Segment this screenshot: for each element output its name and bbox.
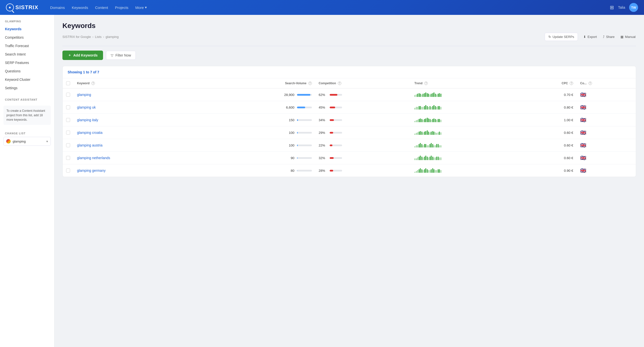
- search-volume-cell: 28,900: [201, 89, 315, 101]
- trend-bar: [439, 132, 440, 135]
- trend-bar: [430, 157, 430, 160]
- sidebar-item-traffic-forecast[interactable]: Traffic Forecast: [0, 42, 54, 50]
- main-content: Keywords SISTRIX for Google › Lists › gl…: [54, 15, 644, 347]
- select-all-checkbox[interactable]: [66, 81, 70, 85]
- trend-help-icon[interactable]: ?: [424, 82, 428, 85]
- trend-bar: [421, 94, 422, 97]
- export-button[interactable]: ⬇ Export: [583, 34, 598, 40]
- trend-bar: [438, 94, 439, 97]
- content-assistant-box: To create a Content Assistant project fr…: [4, 106, 51, 125]
- breadcrumb-arrow-2: ›: [103, 35, 104, 39]
- trend-bar: [434, 119, 434, 122]
- trend-bar: [416, 133, 417, 135]
- col-cpc: CPC ?: [518, 78, 577, 89]
- country-cell: 🇬🇧: [577, 139, 636, 152]
- sv-help-icon[interactable]: ?: [308, 82, 312, 85]
- keywords-tbody: glamping 28,900 62% 0.70 €🇬🇧glamping uk …: [63, 89, 636, 177]
- keyword-link[interactable]: glamping uk: [77, 105, 96, 109]
- grid-icon[interactable]: ⊞: [610, 5, 614, 11]
- competition-value: 45%: [319, 106, 328, 109]
- sidebar-item-keywords[interactable]: Keywords: [0, 25, 54, 33]
- keyword-link[interactable]: glamping austria: [77, 143, 102, 147]
- keyword-link[interactable]: glamping: [77, 93, 91, 97]
- cpc-cell: 0.90 €: [518, 164, 577, 177]
- keyword-link[interactable]: glamping germany: [77, 169, 106, 173]
- divider: [62, 46, 636, 46]
- row-checkbox[interactable]: [66, 169, 70, 173]
- sidebar-item-search-intent[interactable]: Search Intent: [0, 50, 54, 59]
- row-checkbox[interactable]: [66, 93, 70, 97]
- user-name: Talia: [618, 6, 625, 10]
- cpc-value: 0.60 €: [564, 131, 574, 135]
- table-header-row: Keyword ? Search-Volume ? Competition ? …: [63, 78, 636, 89]
- competition-bar-bg: [330, 132, 342, 134]
- cpc-help-icon[interactable]: ?: [570, 82, 573, 85]
- sv-bar-bg: [297, 170, 312, 172]
- keyword-help-icon[interactable]: ?: [92, 82, 95, 85]
- table-row: glamping croatia 100 29% 0.60 €🇬🇧: [63, 126, 636, 139]
- row-checkbox[interactable]: [66, 105, 70, 109]
- row-checkbox[interactable]: [66, 156, 70, 160]
- sidebar-item-settings[interactable]: Settings: [0, 84, 54, 92]
- trend-bar: [440, 120, 442, 122]
- country-help-icon[interactable]: ?: [588, 82, 592, 85]
- nav-content[interactable]: Content: [95, 5, 108, 10]
- trend-bar: [425, 131, 426, 135]
- trend-bar: [418, 132, 420, 135]
- trend-bar: [436, 94, 437, 97]
- trend-bar: [414, 158, 416, 160]
- trend-bar: [414, 121, 416, 122]
- logo-text: SISTRIX: [15, 4, 38, 11]
- breadcrumb-sistrix[interactable]: SISTRIX for Google: [62, 35, 91, 39]
- keyword-link[interactable]: glamping croatia: [77, 131, 102, 135]
- row-checkbox[interactable]: [66, 131, 70, 135]
- sidebar-item-competitors[interactable]: Competitors: [0, 33, 54, 42]
- row-checkbox-cell: [63, 114, 74, 126]
- sidebar-item-questions[interactable]: Questions: [0, 67, 54, 75]
- trend-bar: [424, 132, 425, 135]
- nav-keywords[interactable]: Keywords: [72, 5, 88, 10]
- nav-domains[interactable]: Domains: [50, 5, 65, 10]
- competition-bar-bg: [330, 145, 342, 146]
- sidebar-item-keyword-cluster[interactable]: Keyword Cluster: [0, 75, 54, 84]
- trend-bar: [421, 132, 422, 135]
- filter-button[interactable]: ▽ Filter Now: [106, 51, 136, 60]
- competition-bar-bg: [330, 119, 342, 121]
- trend-bar: [439, 145, 440, 147]
- sidebar-item-serp-features[interactable]: SERP Features: [0, 59, 54, 67]
- col-country: Co... ?: [577, 78, 636, 89]
- sv-number: 100: [282, 131, 294, 135]
- competition-bar-bg: [330, 107, 342, 108]
- trend-bar: [428, 107, 429, 110]
- change-list-dropdown[interactable]: glamping ▾: [4, 137, 51, 146]
- cpc-value: 0.90 €: [564, 169, 574, 173]
- manual-button[interactable]: ▦ Manual: [620, 34, 636, 40]
- trend-bar: [425, 93, 426, 97]
- avatar[interactable]: TW: [629, 3, 638, 12]
- update-serps-button[interactable]: ↻ Update SERPs: [545, 33, 578, 41]
- keyword-cell: glamping austria: [74, 139, 201, 152]
- trend-bar: [414, 172, 416, 173]
- keyword-cell: glamping croatia: [74, 126, 201, 139]
- competition-cell: 28%: [315, 164, 411, 177]
- trend-bar: [440, 94, 442, 97]
- row-checkbox[interactable]: [66, 118, 70, 122]
- breadcrumb-lists[interactable]: Lists: [95, 35, 102, 39]
- sv-number: 6,600: [282, 106, 294, 109]
- trend-cell: [411, 152, 518, 164]
- row-checkbox[interactable]: [66, 143, 70, 147]
- trend-bar: [435, 106, 436, 110]
- comp-help-icon[interactable]: ?: [338, 82, 341, 85]
- nav-projects[interactable]: Projects: [115, 5, 128, 10]
- logo-icon: ●: [6, 4, 14, 12]
- competition-bar-fill: [330, 170, 333, 172]
- trend-bar: [424, 119, 425, 122]
- keyword-link[interactable]: glamping italy: [77, 118, 98, 122]
- add-keywords-button[interactable]: ＋ Add Keywords: [62, 51, 103, 60]
- share-button[interactable]: ⤴ Share: [602, 34, 615, 40]
- table-showing: Showing 1 to 7 of 7: [63, 66, 636, 78]
- keyword-link[interactable]: glamping netherlands: [77, 156, 110, 160]
- country-cell: 🇬🇧: [577, 126, 636, 139]
- trend-bar: [422, 145, 424, 147]
- nav-more[interactable]: More ▾: [135, 5, 147, 10]
